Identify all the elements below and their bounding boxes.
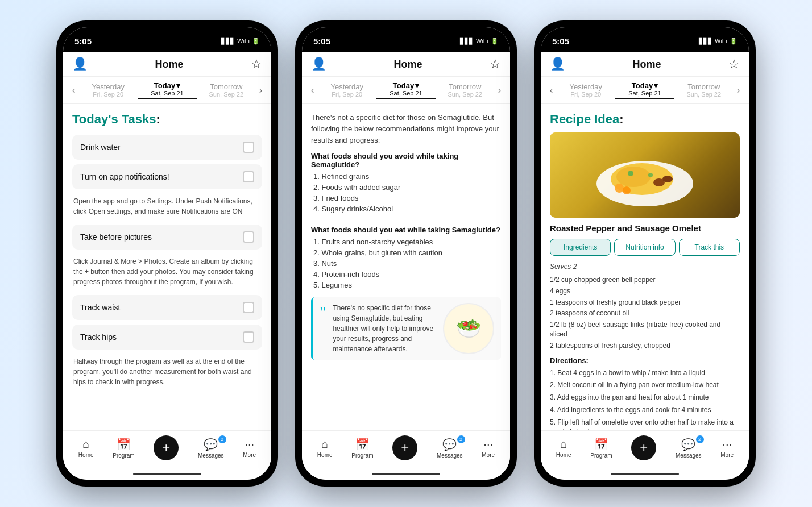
nav-home-2[interactable]: ⌂ Home [317, 438, 333, 458]
page-title-1: Today's Tasks: [72, 112, 262, 127]
nav-program-3[interactable]: 📅 Program [590, 438, 612, 459]
add-button-2[interactable]: + [392, 435, 417, 460]
tab-track[interactable]: Track this [679, 239, 740, 256]
eat-item-4: 5. Legumes [311, 281, 501, 289]
nav-home-3[interactable]: ⌂ Home [556, 438, 571, 458]
nav-home-1[interactable]: ⌂ Home [78, 438, 94, 458]
tasks-content: Today's Tasks: Drink water Turn on app n… [63, 104, 271, 430]
app-header-1: 👤 Home ☆ [63, 52, 271, 77]
eat-item-1: 2. Whole grains, but gluten with caution [311, 248, 501, 257]
add-button-3[interactable]: + [631, 435, 656, 460]
profile-icon-2[interactable]: 👤 [311, 57, 326, 72]
program-icon-3: 📅 [594, 438, 608, 451]
eat-item-0: 1. Fruits and non-starchy vegetables [311, 238, 501, 246]
next-arrow-2[interactable]: › [495, 83, 504, 98]
home-indicator-2 [372, 473, 440, 475]
bookmark-icon-2[interactable]: ☆ [490, 57, 501, 72]
tab-ingredients[interactable]: Ingredients [550, 239, 611, 256]
more-icon-3: ··· [722, 438, 732, 451]
nav-add-2[interactable]: + [392, 435, 417, 460]
profile-icon-1[interactable]: 👤 [72, 57, 88, 72]
phone-1: 5:05 ▋▋▋ WiFi 🔋 👤 Home ☆ ‹ Yesterday Fri… [56, 20, 278, 487]
status-icons-3: ▋▋▋ WiFi 🔋 [699, 38, 738, 45]
home-indicator-1 [133, 473, 201, 475]
phone-bottom-3: ⌂ Home 📅 Program + 💬 2 Messages [541, 430, 749, 480]
diet-content: There's not a specific diet for those on… [302, 104, 510, 430]
home-icon-1: ⌂ [82, 438, 89, 451]
nav-more-3[interactable]: ··· More [720, 438, 734, 458]
step-0: 1. Beat 4 eggs in a bowl to whip / make … [550, 368, 740, 378]
nav-program-2[interactable]: 📅 Program [351, 438, 373, 459]
task-before-pictures-desc: Click Journal & More > Photos. Create an… [72, 254, 262, 289]
phone-2: 5:05 ▋▋▋ WiFi 🔋 👤 Home ☆ ‹ Yesterday Fri… [295, 20, 517, 487]
wifi-icon-3: WiFi [715, 38, 727, 44]
step-4: 5. Flip left half of omelette over onto … [550, 418, 740, 430]
checkbox-drink-water[interactable] [243, 142, 254, 153]
nav-more-2[interactable]: ··· More [482, 438, 495, 458]
bookmark-icon-1[interactable]: ☆ [251, 57, 262, 72]
next-arrow-1[interactable]: › [256, 83, 266, 98]
app-header-3: 👤 Home ☆ [541, 52, 749, 77]
ingredient-1: 4 eggs [550, 286, 740, 296]
status-bar-2: 5:05 ▋▋▋ WiFi 🔋 [302, 27, 510, 52]
avoid-item-2: 3. Fried foods [311, 194, 501, 202]
task-before-pictures[interactable]: Take before pictures [72, 225, 262, 250]
nav-program-1[interactable]: 📅 Program [113, 438, 134, 459]
next-arrow-3[interactable]: › [734, 83, 743, 98]
bookmark-icon-3[interactable]: ☆ [728, 57, 740, 72]
avoid-item-0: 1. Refined grains [311, 172, 501, 181]
nav-messages-1[interactable]: 💬 2 Messages [198, 438, 224, 459]
profile-icon-3[interactable]: 👤 [550, 57, 565, 72]
date-yesterday-2[interactable]: Yesterday Fri, Sep 20 [317, 82, 376, 98]
quote-text: There's no specific diet for those using… [333, 303, 436, 354]
date-yesterday-3[interactable]: Yesterday Fri, Sep 20 [556, 82, 615, 98]
nav-add-3[interactable]: + [631, 435, 656, 460]
date-yesterday-1[interactable]: Yesterday Fri, Sep 20 [78, 82, 138, 98]
program-icon-1: 📅 [117, 438, 131, 451]
status-bar-3: 5:05 ▋▋▋ WiFi 🔋 [541, 27, 749, 52]
nav-messages-2[interactable]: 💬 2 Messages [437, 438, 463, 459]
prev-arrow-2[interactable]: ‹ [308, 83, 317, 98]
wifi-icon: WiFi [237, 38, 250, 44]
recipe-food-svg [588, 138, 702, 212]
task-notifications[interactable]: Turn on app notifications! [72, 164, 262, 189]
checkbox-notifications[interactable] [243, 171, 254, 182]
bottom-nav-2: ⌂ Home 📅 Program + 💬 2 Messages [302, 430, 510, 469]
nav-add-1[interactable]: + [154, 435, 179, 460]
step-1: 2. Melt coconut oil in a frying pan over… [550, 380, 740, 390]
task-drink-water[interactable]: Drink water [72, 135, 262, 160]
directions-title: Directions: [550, 356, 740, 365]
avoid-item-1: 2. Foods with added sugar [311, 183, 501, 192]
recipe-image [550, 132, 740, 218]
prev-arrow-1[interactable]: ‹ [69, 83, 78, 98]
checkbox-track-waist[interactable] [243, 302, 254, 313]
status-time-3: 5:05 [552, 36, 569, 46]
eat-title: What foods should you eat while taking S… [311, 226, 501, 234]
date-tomorrow-2[interactable]: Tomorrow Sun, Sep 22 [436, 82, 495, 98]
date-tomorrow-3[interactable]: Tomorrow Sun, Sep 22 [674, 82, 734, 98]
phone-3: 5:05 ▋▋▋ WiFi 🔋 👤 Home ☆ ‹ Yesterday Fri… [534, 20, 756, 487]
date-tomorrow-1[interactable]: Tomorrow Sun, Sep 22 [197, 82, 256, 98]
recipe-content: Recipe Idea: [541, 104, 749, 430]
date-today-3[interactable]: Today ▾ Sat, Sep 21 [615, 81, 674, 99]
date-today-1[interactable]: Today ▾ Sat, Sep 21 [138, 81, 197, 99]
header-title-1: Home [155, 59, 183, 70]
checkbox-before-pictures[interactable] [243, 231, 254, 243]
phones-container: 5:05 ▋▋▋ WiFi 🔋 👤 Home ☆ ‹ Yesterday Fri… [45, 9, 767, 498]
tab-nutrition[interactable]: Nutrition info [614, 239, 675, 256]
recipe-serves: Serves 2 [550, 263, 740, 271]
messages-badge-2: 2 [457, 435, 465, 443]
food-illustration: 🥗 [443, 303, 494, 354]
svg-point-6 [662, 176, 673, 182]
task-track-hips[interactable]: Track hips [72, 325, 262, 350]
nav-more-1[interactable]: ··· More [243, 438, 256, 458]
task-track-waist[interactable]: Track waist [72, 295, 262, 320]
date-today-2[interactable]: Today ▾ Sat, Sep 21 [376, 81, 436, 99]
prev-arrow-3[interactable]: ‹ [546, 83, 556, 98]
nav-messages-3[interactable]: 💬 2 Messages [676, 438, 702, 459]
add-button-1[interactable]: + [154, 435, 179, 460]
eat-item-2: 3. Nuts [311, 259, 501, 268]
svg-point-2 [616, 167, 651, 187]
checkbox-track-hips[interactable] [243, 331, 254, 343]
phone-bottom-2: ⌂ Home 📅 Program + 💬 2 Messages [302, 430, 510, 480]
